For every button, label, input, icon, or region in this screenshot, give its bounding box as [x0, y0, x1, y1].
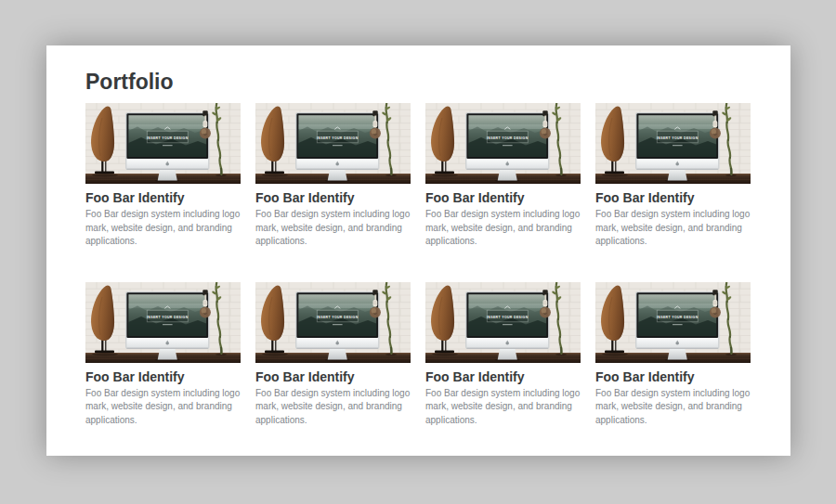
portfolio-page: Portfolio Foo Bar Identify Foo Bar desig… — [46, 45, 790, 456]
card-description: Foo Bar design system including logo mar… — [425, 387, 584, 428]
project-thumbnail-image[interactable] — [595, 103, 751, 184]
project-thumbnail-image[interactable] — [85, 103, 241, 184]
portfolio-grid: Foo Bar Identify Foo Bar design system i… — [85, 103, 751, 428]
portfolio-card[interactable]: Foo Bar Identify Foo Bar design system i… — [595, 103, 751, 249]
card-description: Foo Bar design system including logo mar… — [425, 208, 584, 249]
card-title: Foo Bar Identify — [85, 190, 241, 205]
portfolio-card[interactable]: Foo Bar Identify Foo Bar design system i… — [85, 103, 241, 249]
card-description: Foo Bar design system including logo mar… — [255, 208, 414, 249]
card-title: Foo Bar Identify — [255, 190, 411, 205]
card-description: Foo Bar design system including logo mar… — [85, 208, 244, 249]
project-thumbnail-image[interactable] — [85, 282, 241, 363]
page-title: Portfolio — [85, 70, 751, 95]
card-title: Foo Bar Identify — [425, 369, 581, 384]
project-thumbnail-image[interactable] — [255, 103, 411, 184]
card-title: Foo Bar Identify — [595, 190, 751, 205]
portfolio-card[interactable]: Foo Bar Identify Foo Bar design system i… — [595, 282, 751, 428]
card-title: Foo Bar Identify — [255, 369, 411, 384]
project-thumbnail-image[interactable] — [425, 103, 581, 184]
portfolio-card[interactable]: Foo Bar Identify Foo Bar design system i… — [255, 103, 411, 249]
portfolio-card[interactable]: Foo Bar Identify Foo Bar design system i… — [255, 282, 411, 428]
portfolio-card[interactable]: Foo Bar Identify Foo Bar design system i… — [85, 282, 241, 428]
card-description: Foo Bar design system including logo mar… — [595, 208, 754, 249]
card-description: Foo Bar design system including logo mar… — [255, 387, 414, 428]
card-description: Foo Bar design system including logo mar… — [85, 387, 244, 428]
portfolio-card[interactable]: Foo Bar Identify Foo Bar design system i… — [425, 103, 581, 249]
portfolio-card[interactable]: Foo Bar Identify Foo Bar design system i… — [425, 282, 581, 428]
card-title: Foo Bar Identify — [425, 190, 581, 205]
project-thumbnail-image[interactable] — [425, 282, 581, 363]
project-thumbnail-image[interactable] — [255, 282, 411, 363]
card-title: Foo Bar Identify — [85, 369, 241, 384]
card-title: Foo Bar Identify — [595, 369, 751, 384]
card-description: Foo Bar design system including logo mar… — [595, 387, 754, 428]
project-thumbnail-image[interactable] — [595, 282, 751, 363]
